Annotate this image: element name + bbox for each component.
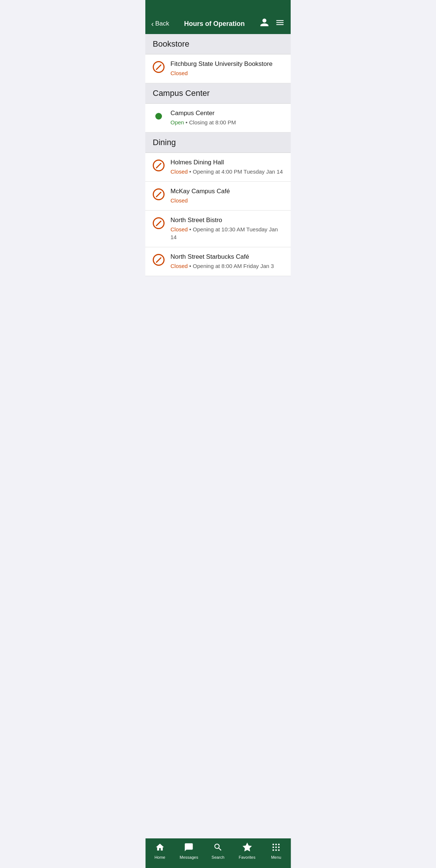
closed-status-icon bbox=[153, 61, 165, 73]
closed-status-icon bbox=[153, 254, 165, 266]
closed-status-icon bbox=[153, 217, 165, 229]
campus-center-section: Campus Center Campus Center Open • Closi… bbox=[145, 83, 291, 133]
open-dot bbox=[155, 113, 162, 120]
open-status-icon bbox=[153, 110, 165, 122]
item-content: Holmes Dining Hall Closed • Opening at 4… bbox=[170, 159, 283, 175]
nav-item-search[interactable]: Search bbox=[203, 842, 233, 859]
list-item[interactable]: McKay Campus Café Closed bbox=[145, 182, 291, 211]
svg-point-1 bbox=[273, 844, 274, 845]
nav-label-search: Search bbox=[212, 855, 224, 859]
status-detail: • Opening at 8:00 AM Friday Jan 3 bbox=[188, 263, 274, 269]
status-label: Closed bbox=[170, 70, 188, 76]
nav-item-messages[interactable]: Messages bbox=[175, 842, 204, 859]
back-label: Back bbox=[155, 20, 169, 27]
back-chevron-icon: ‹ bbox=[151, 20, 154, 28]
svg-point-5 bbox=[276, 847, 277, 848]
status-label: Closed bbox=[170, 226, 188, 232]
favorites-icon bbox=[242, 842, 252, 854]
item-name: McKay Campus Café bbox=[170, 188, 283, 195]
item-status: Closed • Opening at 8:00 AM Friday Jan 3 bbox=[170, 262, 283, 270]
header-actions bbox=[260, 18, 285, 30]
main-content: Bookstore Fitchburg State University Boo… bbox=[145, 34, 291, 868]
dining-section-header: Dining bbox=[145, 133, 291, 153]
svg-marker-0 bbox=[243, 843, 251, 851]
item-status: Closed bbox=[170, 197, 283, 204]
item-status: Closed bbox=[170, 69, 283, 77]
svg-point-2 bbox=[276, 844, 277, 845]
nav-item-home[interactable]: Home bbox=[145, 842, 175, 859]
svg-point-3 bbox=[278, 844, 280, 845]
status-label: Closed bbox=[170, 168, 188, 175]
item-status: Closed • Opening at 4:00 PM Tuesday Jan … bbox=[170, 168, 283, 175]
item-status: Closed • Opening at 10:30 AM Tuesday Jan… bbox=[170, 225, 283, 241]
list-item[interactable]: Holmes Dining Hall Closed • Opening at 4… bbox=[145, 153, 291, 182]
closed-status-icon bbox=[153, 160, 165, 171]
svg-point-9 bbox=[278, 849, 280, 851]
home-icon bbox=[155, 842, 165, 854]
status-label: Closed bbox=[170, 197, 188, 204]
svg-point-7 bbox=[273, 849, 274, 851]
nav-label-messages: Messages bbox=[180, 855, 198, 859]
nav-label-home: Home bbox=[155, 855, 165, 859]
item-content: Campus Center Open • Closing at 8:00 PM bbox=[170, 110, 283, 126]
item-name: Holmes Dining Hall bbox=[170, 159, 283, 166]
item-content: McKay Campus Café Closed bbox=[170, 188, 283, 204]
list-item[interactable]: Fitchburg State University Bookstore Clo… bbox=[145, 54, 291, 83]
page-title: Hours of Operation bbox=[169, 20, 260, 28]
nav-item-menu[interactable]: Menu bbox=[261, 842, 291, 859]
svg-point-6 bbox=[278, 847, 280, 848]
search-icon bbox=[213, 842, 223, 854]
bookstore-section-header: Bookstore bbox=[145, 34, 291, 54]
bookstore-section: Bookstore Fitchburg State University Boo… bbox=[145, 34, 291, 83]
nav-label-favorites: Favorites bbox=[239, 855, 255, 859]
app-header: ‹ Back Hours of Operation bbox=[145, 0, 291, 34]
item-name: North Street Starbucks Café bbox=[170, 253, 283, 261]
list-item[interactable]: Campus Center Open • Closing at 8:00 PM bbox=[145, 104, 291, 133]
item-name: Fitchburg State University Bookstore bbox=[170, 60, 283, 68]
status-label: Open bbox=[170, 119, 184, 125]
hamburger-menu-icon[interactable] bbox=[275, 18, 285, 30]
status-detail: • Closing at 8:00 PM bbox=[184, 119, 236, 125]
item-content: North Street Starbucks Café Closed • Ope… bbox=[170, 253, 283, 270]
closed-status-icon bbox=[153, 188, 165, 200]
status-label: Closed bbox=[170, 263, 188, 269]
item-content: North Street Bistro Closed • Opening at … bbox=[170, 217, 283, 241]
status-detail: • Opening at 4:00 PM Tuesday Jan 14 bbox=[188, 168, 283, 175]
svg-point-8 bbox=[276, 849, 277, 851]
menu-dots-icon bbox=[271, 842, 281, 854]
item-name: North Street Bistro bbox=[170, 217, 283, 224]
profile-icon[interactable] bbox=[260, 18, 269, 30]
item-content: Fitchburg State University Bookstore Clo… bbox=[170, 60, 283, 77]
list-item[interactable]: North Street Starbucks Café Closed • Ope… bbox=[145, 247, 291, 276]
dining-section: Dining Holmes Dining Hall Closed • Openi… bbox=[145, 133, 291, 276]
messages-icon bbox=[184, 842, 194, 854]
nav-label-menu: Menu bbox=[271, 855, 281, 859]
list-item[interactable]: North Street Bistro Closed • Opening at … bbox=[145, 211, 291, 247]
item-status: Open • Closing at 8:00 PM bbox=[170, 118, 283, 126]
campus-center-section-header: Campus Center bbox=[145, 83, 291, 104]
item-name: Campus Center bbox=[170, 110, 283, 117]
nav-item-favorites[interactable]: Favorites bbox=[233, 842, 262, 859]
back-button[interactable]: ‹ Back bbox=[151, 20, 169, 28]
svg-point-4 bbox=[273, 847, 274, 848]
bottom-navigation: Home Messages Search Favorites bbox=[145, 838, 291, 868]
